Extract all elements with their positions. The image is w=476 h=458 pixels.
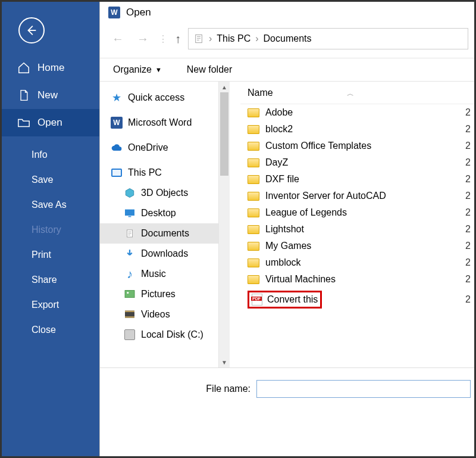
backstage-sub-label: Close	[32, 325, 56, 335]
new-folder-button[interactable]: New folder	[187, 64, 232, 75]
backstage-share[interactable]: Share	[2, 267, 99, 292]
folder-icon	[248, 192, 259, 201]
navpane-label: 3D Objects	[141, 188, 188, 198]
folder-icon	[248, 208, 259, 217]
row-date-trail: 2	[465, 241, 472, 251]
pc-icon	[111, 167, 123, 179]
folder-row[interactable]: Inventor Server for AutoCAD2	[240, 188, 474, 204]
breadcrumb-bar[interactable]: › This PC › Documents	[188, 28, 468, 49]
folder-row[interactable]: Virtual Machines2	[240, 271, 474, 288]
organize-dropdown[interactable]: Organize ▼	[113, 64, 162, 75]
backstage-export[interactable]: Export	[2, 292, 99, 317]
folder-row[interactable]: My Games2	[240, 238, 474, 254]
breadcrumb-segment[interactable]: This PC	[217, 33, 250, 44]
navpane-music[interactable]: ♪Music	[100, 264, 218, 284]
navpane-this-pc[interactable]: This PC	[100, 163, 218, 183]
row-date-trail: 2	[465, 191, 472, 201]
backstage-sub-label: Export	[32, 300, 59, 310]
navpane-downloads[interactable]: Downloads	[100, 244, 218, 264]
row-date-trail: 2	[465, 294, 472, 305]
navpane-local-disk-c-[interactable]: Local Disk (C:)	[100, 325, 218, 345]
backstage-save[interactable]: Save	[2, 167, 99, 192]
navpane-desktop[interactable]: Desktop	[100, 203, 218, 223]
navpane-documents[interactable]: Documents	[100, 223, 218, 244]
backstage-home[interactable]: Home	[2, 54, 99, 82]
nav-up-button[interactable]: ↑	[174, 30, 182, 48]
scroll-up-icon[interactable]: ▲	[219, 82, 230, 92]
svg-rect-1	[125, 210, 134, 216]
file-icon	[17, 89, 30, 102]
navpane-pictures[interactable]: Pictures	[100, 284, 218, 304]
backstage-item-label: Home	[37, 62, 64, 74]
cube-icon	[124, 187, 136, 199]
folder-icon	[248, 258, 259, 267]
arrow-left-icon	[25, 24, 38, 37]
file-name: My Games	[265, 241, 311, 251]
row-date-trail: 2	[465, 274, 472, 285]
filename-input[interactable]	[256, 380, 471, 398]
navpane-label: Quick access	[128, 92, 184, 103]
word-icon: W	[111, 117, 123, 129]
breadcrumb-segment[interactable]: Documents	[264, 33, 312, 44]
navpane-label: This PC	[128, 167, 162, 178]
nav-forward-button[interactable]: →	[133, 30, 152, 48]
navpane-videos[interactable]: Videos	[100, 304, 218, 325]
back-button[interactable]	[18, 17, 45, 43]
folder-icon	[248, 108, 259, 117]
dialog-toolbar: Organize ▼ New folder	[100, 58, 474, 82]
pdf-icon	[252, 294, 262, 306]
folder-icon	[248, 125, 259, 134]
document-location-icon	[193, 33, 204, 44]
navpane-label: Downloads	[141, 248, 188, 259]
backstage-print[interactable]: Print	[2, 242, 99, 267]
folder-row[interactable]: Custom Office Templates2	[240, 138, 474, 154]
navpane-onedrive[interactable]: OneDrive	[100, 138, 218, 158]
dialog-nav-bar: ← → ⋮ ↑ › This PC › Documents	[100, 24, 474, 58]
open-file-dialog: W Open ← → ⋮ ↑ › This PC › Documents Org…	[99, 2, 474, 456]
download-icon	[124, 248, 136, 260]
folder-row[interactable]: League of Legends2	[240, 204, 474, 221]
file-list-header[interactable]: Name ︿	[240, 82, 474, 104]
svg-point-5	[127, 292, 129, 294]
column-name-label: Name	[248, 88, 273, 98]
file-row[interactable]: Convert this2	[240, 288, 474, 311]
column-name[interactable]: Name ︿	[243, 88, 472, 99]
navpane-label: Pictures	[141, 289, 176, 300]
navpane-3d-objects[interactable]: 3D Objects	[100, 183, 218, 203]
folder-icon	[248, 225, 259, 234]
row-date-trail: 2	[465, 224, 472, 235]
navpane-label: Desktop	[141, 208, 176, 219]
folder-row[interactable]: Adobe2	[240, 104, 474, 121]
sort-caret-icon: ︿	[347, 89, 354, 98]
folder-row[interactable]: umblock2	[240, 254, 474, 271]
backstage-new[interactable]: New	[2, 82, 99, 109]
file-name: League of Legends	[265, 207, 347, 218]
scroll-thumb[interactable]	[220, 92, 228, 176]
folder-row[interactable]: block22	[240, 121, 474, 138]
row-date-trail: 2	[465, 207, 472, 218]
navpane-scrollbar[interactable]: ▲ ▼	[219, 82, 230, 367]
row-date-trail: 2	[465, 141, 472, 151]
scroll-down-icon[interactable]: ▼	[219, 357, 230, 367]
folder-row[interactable]: Lightshot2	[240, 221, 474, 238]
nav-back-button[interactable]: ←	[108, 30, 127, 48]
folder-row[interactable]: DayZ2	[240, 154, 474, 171]
backstage-info[interactable]: Info	[2, 142, 99, 167]
backstage-sub-label: Save	[32, 175, 53, 185]
desktop-icon	[124, 207, 136, 219]
backstage-close[interactable]: Close	[2, 317, 99, 342]
star-icon: ★	[111, 92, 123, 104]
navpane-label: Local Disk (C:)	[141, 329, 203, 340]
navpane-microsoft-word[interactable]: WMicrosoft Word	[100, 113, 218, 133]
app-frame: HomeNewOpen InfoSaveSave AsHistoryPrintS…	[0, 0, 476, 458]
navpane-label: OneDrive	[128, 142, 168, 153]
navpane-quick-access[interactable]: ★Quick access	[100, 88, 218, 108]
doc-icon	[124, 228, 136, 239]
backstage-save-as[interactable]: Save As	[2, 192, 99, 217]
file-name: Lightshot	[265, 224, 304, 235]
backstage-open[interactable]: Open	[2, 109, 99, 136]
navpane-label: Videos	[141, 309, 170, 320]
pictures-icon	[124, 288, 136, 300]
file-list-pane: Name ︿ Adobe2block22Custom Office Templa…	[230, 82, 474, 367]
folder-row[interactable]: DXF file2	[240, 171, 474, 188]
